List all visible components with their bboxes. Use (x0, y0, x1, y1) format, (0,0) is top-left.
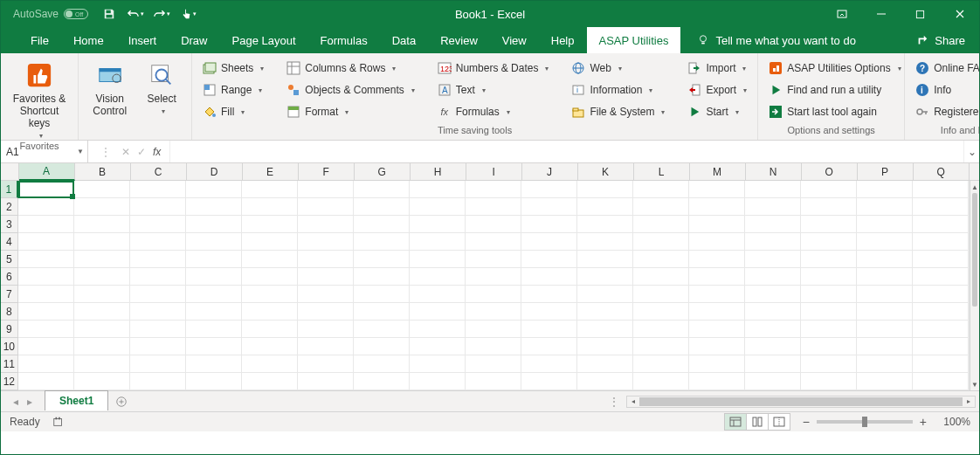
cell-C2[interactable] (130, 198, 186, 216)
cell-D4[interactable] (186, 233, 242, 251)
cell-P6[interactable] (857, 268, 913, 286)
cell-D6[interactable] (186, 268, 242, 286)
cell-H3[interactable] (410, 216, 466, 233)
cell-O10[interactable] (801, 338, 857, 355)
cell-N5[interactable] (745, 251, 801, 268)
cell-G1[interactable] (354, 181, 410, 198)
cell-H6[interactable] (410, 268, 466, 286)
cell-G2[interactable] (354, 198, 410, 216)
column-header-H[interactable]: H (411, 163, 466, 180)
normal-view-button[interactable] (724, 413, 747, 431)
cell-B11[interactable] (74, 355, 130, 373)
column-header-K[interactable]: K (578, 163, 634, 180)
cell-P10[interactable] (857, 338, 913, 355)
cell-P1[interactable] (857, 181, 913, 198)
cell-N11[interactable] (745, 355, 801, 373)
cell-G3[interactable] (354, 216, 410, 233)
cell-Q1[interactable] (913, 181, 969, 198)
cell-B12[interactable] (74, 373, 130, 390)
sheets-button[interactable]: Sheets (199, 59, 267, 78)
cell-D7[interactable] (186, 286, 242, 303)
cell-I10[interactable] (466, 338, 521, 355)
cell-Q9[interactable] (913, 321, 969, 338)
column-header-P[interactable]: P (858, 163, 914, 180)
column-header-J[interactable]: J (522, 163, 578, 180)
cells-area[interactable] (18, 181, 970, 390)
cell-C3[interactable] (130, 216, 186, 233)
cell-P11[interactable] (857, 355, 913, 373)
cell-K6[interactable] (577, 268, 633, 286)
cell-H10[interactable] (410, 338, 466, 355)
zoom-out-button[interactable]: − (803, 415, 810, 429)
cell-O2[interactable] (801, 198, 857, 216)
row-header-9[interactable]: 9 (1, 321, 17, 338)
cell-K1[interactable] (577, 181, 633, 198)
column-header-D[interactable]: D (187, 163, 243, 180)
cell-O12[interactable] (801, 373, 857, 390)
vision-control-button[interactable]: VisionControl (86, 57, 134, 124)
column-header-C[interactable]: C (131, 163, 187, 180)
cell-A3[interactable] (18, 216, 74, 233)
redo-icon[interactable]: ▾ (153, 5, 170, 23)
macro-record-icon[interactable] (52, 416, 65, 428)
cell-B7[interactable] (74, 286, 130, 303)
cell-Q11[interactable] (913, 355, 969, 373)
cell-D9[interactable] (186, 321, 242, 338)
range-button[interactable]: Range (199, 80, 267, 100)
cell-J4[interactable] (521, 233, 577, 251)
cell-P7[interactable] (857, 286, 913, 303)
cell-K2[interactable] (577, 198, 633, 216)
cell-E8[interactable] (242, 303, 298, 321)
enter-formula-icon[interactable]: ✓ (137, 146, 146, 158)
cell-J5[interactable] (521, 251, 577, 268)
select-all-corner[interactable] (1, 163, 19, 180)
cell-P12[interactable] (857, 373, 913, 390)
cell-E1[interactable] (242, 181, 298, 198)
column-header-E[interactable]: E (243, 163, 299, 180)
cell-H8[interactable] (410, 303, 466, 321)
cell-L1[interactable] (633, 181, 689, 198)
cell-E4[interactable] (242, 233, 298, 251)
row-header-12[interactable]: 12 (1, 373, 17, 390)
cell-O11[interactable] (801, 355, 857, 373)
cell-Q3[interactable] (913, 216, 969, 233)
scroll-left-icon[interactable]: ◂ (627, 397, 639, 405)
cell-I2[interactable] (466, 198, 521, 216)
export-button[interactable]: Export (684, 80, 750, 100)
save-icon[interactable] (100, 5, 118, 23)
horizontal-scrollbar[interactable]: ◂ ▸ (626, 396, 976, 408)
cell-M9[interactable] (689, 321, 745, 338)
cell-O7[interactable] (801, 286, 857, 303)
cell-P4[interactable] (857, 233, 913, 251)
cell-F6[interactable] (298, 268, 354, 286)
cell-D1[interactable] (186, 181, 242, 198)
row-header-10[interactable]: 10 (1, 338, 17, 355)
row-header-8[interactable]: 8 (1, 303, 17, 321)
text-button[interactable]: AText (434, 80, 553, 100)
cell-Q2[interactable] (913, 198, 969, 216)
cell-A7[interactable] (18, 286, 74, 303)
column-header-I[interactable]: I (466, 163, 522, 180)
cell-H4[interactable] (410, 233, 466, 251)
cell-L12[interactable] (633, 373, 689, 390)
start-last-tool-button[interactable]: Start last tool again (765, 102, 897, 121)
cell-G6[interactable] (354, 268, 410, 286)
cell-C11[interactable] (130, 355, 186, 373)
cell-B10[interactable] (74, 338, 130, 355)
cell-E3[interactable] (242, 216, 298, 233)
cell-L4[interactable] (633, 233, 689, 251)
autosave-switch-off[interactable]: Off (64, 9, 88, 19)
cell-B4[interactable] (74, 233, 130, 251)
cell-M10[interactable] (689, 338, 745, 355)
undo-icon[interactable]: ▾ (127, 5, 144, 23)
row-header-6[interactable]: 6 (1, 268, 17, 286)
fill-button[interactable]: Fill (199, 102, 267, 121)
ribbon-display-options-icon[interactable] (822, 1, 861, 27)
cell-G11[interactable] (354, 355, 410, 373)
cell-F4[interactable] (298, 233, 354, 251)
cell-D2[interactable] (186, 198, 242, 216)
sheet-prev-icon[interactable]: ◂ (13, 396, 18, 408)
cell-H11[interactable] (410, 355, 466, 373)
cell-H2[interactable] (410, 198, 466, 216)
cell-Q8[interactable] (913, 303, 969, 321)
